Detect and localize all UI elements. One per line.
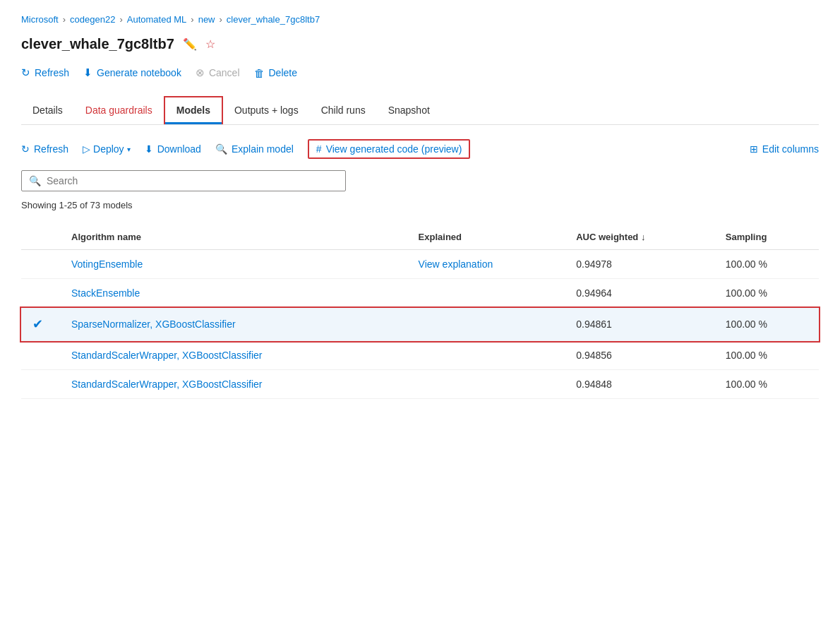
breadcrumb: Microsoft › codegen22 › Automated ML › n… bbox=[21, 14, 819, 25]
breadcrumb-new[interactable]: new bbox=[198, 14, 215, 25]
tab-child-runs[interactable]: Child runs bbox=[310, 97, 377, 123]
auc-cell-2: 0.94964 bbox=[565, 279, 714, 308]
explain-icon: 🔍 bbox=[215, 143, 227, 155]
showing-count: Showing 1-25 of 73 models bbox=[21, 200, 819, 210]
hash-icon: # bbox=[316, 143, 322, 155]
algorithm-cell-3[interactable]: SparseNormalizer, XGBoostClassifier bbox=[60, 308, 407, 341]
search-box: 🔍 bbox=[21, 170, 346, 191]
refresh-button[interactable]: ↻ Refresh bbox=[21, 66, 69, 79]
models-table: Algorithm name Explained AUC weighted ↓ … bbox=[21, 225, 819, 399]
auc-cell-1: 0.94978 bbox=[565, 250, 714, 279]
th-checkbox bbox=[21, 225, 60, 250]
chevron-down-icon: ▾ bbox=[127, 145, 131, 153]
models-toolbar: ↻ Refresh ▷ Deploy ▾ ⬇ Download 🔍 Explai… bbox=[21, 139, 819, 159]
algorithm-link-3[interactable]: SparseNormalizer, XGBoostClassifier bbox=[71, 319, 236, 330]
breadcrumb-codegen22[interactable]: codegen22 bbox=[70, 14, 115, 25]
deploy-icon: ▷ bbox=[83, 143, 90, 155]
auc-cell-4: 0.94856 bbox=[565, 341, 714, 370]
download-button[interactable]: ⬇ Download bbox=[145, 143, 201, 155]
models-refresh-icon: ↻ bbox=[21, 143, 30, 155]
table-row: VotingEnsemble View explanation 0.94978 … bbox=[21, 250, 819, 279]
algorithm-cell-1[interactable]: VotingEnsemble bbox=[60, 250, 407, 279]
tab-bar: Details Data guardrails Models Outputs +… bbox=[21, 96, 819, 125]
tab-data-guardrails[interactable]: Data guardrails bbox=[74, 97, 164, 123]
table-row: StackEnsemble 0.94964 100.00 % bbox=[21, 279, 819, 308]
auc-cell-5: 0.94848 bbox=[565, 370, 714, 399]
page-title: clever_whale_7gc8ltb7 bbox=[21, 36, 174, 52]
check-icon: ✔ bbox=[32, 316, 43, 332]
tab-snapshot[interactable]: Snapshot bbox=[377, 97, 441, 123]
table-row: StandardScalerWrapper, XGBoostClassifier… bbox=[21, 370, 819, 399]
row-checkbox-5[interactable] bbox=[21, 370, 60, 399]
table-row: StandardScalerWrapper, XGBoostClassifier… bbox=[21, 341, 819, 370]
sampling-cell-3: 100.00 % bbox=[714, 308, 819, 341]
row-checkbox-2[interactable] bbox=[21, 279, 60, 308]
deploy-button[interactable]: ▷ Deploy ▾ bbox=[83, 143, 131, 155]
models-refresh-button[interactable]: ↻ Refresh bbox=[21, 143, 68, 155]
delete-icon: 🗑 bbox=[254, 67, 265, 79]
algorithm-cell-5[interactable]: StandardScalerWrapper, XGBoostClassifier bbox=[60, 370, 407, 399]
row-checkbox-4[interactable] bbox=[21, 341, 60, 370]
breadcrumb-automated-ml[interactable]: Automated ML bbox=[127, 14, 187, 25]
generate-notebook-button[interactable]: ⬇ Generate notebook bbox=[83, 66, 181, 79]
tab-details[interactable]: Details bbox=[21, 97, 74, 123]
th-sampling: Sampling bbox=[714, 225, 819, 250]
explained-cell-5 bbox=[407, 370, 565, 399]
table-row: ✔ SparseNormalizer, XGBoostClassifier 0.… bbox=[21, 308, 819, 341]
top-toolbar: ↻ Refresh ⬇ Generate notebook ⊗ Cancel 🗑… bbox=[21, 66, 819, 79]
sampling-cell-5: 100.00 % bbox=[714, 370, 819, 399]
explained-cell-1[interactable]: View explanation bbox=[407, 250, 565, 279]
cancel-icon: ⊗ bbox=[196, 66, 205, 79]
row-checkbox-1[interactable] bbox=[21, 250, 60, 279]
edit-columns-button[interactable]: ⊞ Edit columns bbox=[750, 143, 819, 155]
algorithm-link-2[interactable]: StackEnsemble bbox=[71, 287, 140, 299]
breadcrumb-current[interactable]: clever_whale_7gc8ltb7 bbox=[227, 14, 320, 25]
star-icon[interactable]: ☆ bbox=[205, 37, 215, 51]
row-checkbox-3[interactable]: ✔ bbox=[21, 308, 60, 341]
delete-button[interactable]: 🗑 Delete bbox=[254, 67, 297, 79]
cancel-button[interactable]: ⊗ Cancel bbox=[196, 66, 240, 79]
tab-models[interactable]: Models bbox=[164, 96, 223, 124]
algorithm-cell-2[interactable]: StackEnsemble bbox=[60, 279, 407, 308]
algorithm-link-1[interactable]: VotingEnsemble bbox=[71, 258, 143, 270]
sampling-cell-1: 100.00 % bbox=[714, 250, 819, 279]
th-algorithm-name: Algorithm name bbox=[60, 225, 407, 250]
generate-notebook-icon: ⬇ bbox=[83, 66, 92, 79]
search-icon: 🔍 bbox=[29, 175, 41, 186]
explained-cell-3 bbox=[407, 308, 565, 341]
breadcrumb-microsoft[interactable]: Microsoft bbox=[21, 14, 59, 25]
sampling-cell-2: 100.00 % bbox=[714, 279, 819, 308]
edit-icon[interactable]: ✏️ bbox=[183, 37, 197, 51]
search-input[interactable] bbox=[47, 175, 338, 186]
algorithm-cell-4[interactable]: StandardScalerWrapper, XGBoostClassifier bbox=[60, 341, 407, 370]
download-icon: ⬇ bbox=[145, 143, 153, 155]
algorithm-link-5[interactable]: StandardScalerWrapper, XGBoostClassifier bbox=[71, 379, 263, 390]
auc-cell-3: 0.94861 bbox=[565, 308, 714, 341]
refresh-icon: ↻ bbox=[21, 66, 30, 79]
view-explanation-link-1[interactable]: View explanation bbox=[419, 258, 493, 270]
algorithm-link-4[interactable]: StandardScalerWrapper, XGBoostClassifier bbox=[71, 350, 263, 361]
edit-columns-icon: ⊞ bbox=[750, 143, 758, 155]
th-auc-weighted: AUC weighted ↓ bbox=[565, 225, 714, 250]
explained-cell-2 bbox=[407, 279, 565, 308]
sampling-cell-4: 100.00 % bbox=[714, 341, 819, 370]
explained-cell-4 bbox=[407, 341, 565, 370]
view-generated-code-button[interactable]: # View generated code (preview) bbox=[308, 139, 471, 159]
th-explained: Explained bbox=[407, 225, 565, 250]
tab-outputs-logs[interactable]: Outputs + logs bbox=[223, 97, 310, 123]
explain-model-button[interactable]: 🔍 Explain model bbox=[215, 143, 294, 155]
